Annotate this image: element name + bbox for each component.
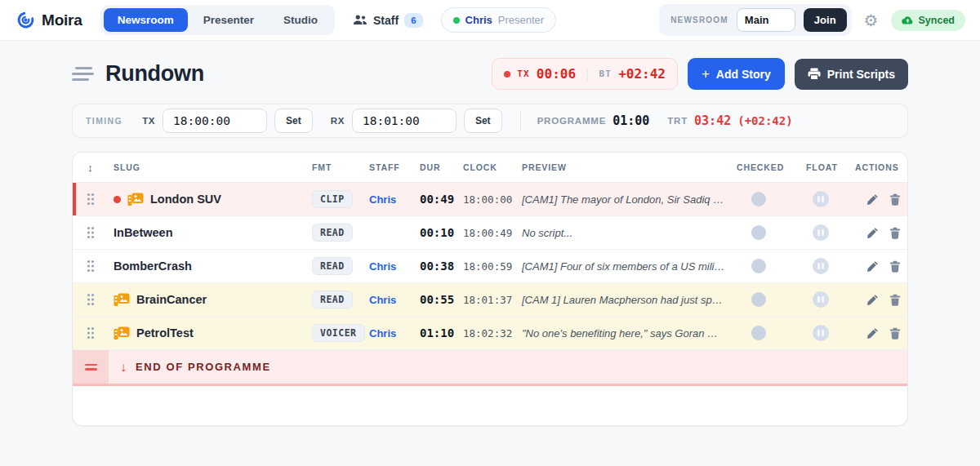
programme-label: PROGRAMME: [537, 116, 607, 126]
tab-studio[interactable]: Studio: [270, 8, 332, 32]
slug-text: London SUV: [150, 193, 221, 206]
checked-toggle[interactable]: [751, 225, 766, 240]
preview-cell: [CAM 1] Lauren Macpherson had just spent…: [522, 294, 737, 306]
float-pause-button[interactable]: [813, 224, 829, 241]
staff-link[interactable]: Chris: [369, 327, 396, 340]
pencil-icon: [866, 227, 879, 239]
staff-chip[interactable]: Staff 6: [353, 13, 423, 28]
gear-icon[interactable]: ⚙: [864, 12, 879, 29]
drag-dots-icon: [87, 226, 95, 239]
presence-role: Presenter: [498, 14, 544, 26]
story-row: PetrolTest VOICER Chris 01:10 18:02:32 "…: [73, 317, 907, 350]
checked-cell: [737, 292, 806, 307]
cloud-icon: [902, 16, 914, 24]
clock-cell: 18:01:37: [463, 294, 522, 306]
staff-link[interactable]: Chris: [369, 294, 396, 306]
col-float: FLOAT: [806, 162, 855, 172]
format-cell: READ: [312, 224, 369, 242]
trash-icon: [889, 193, 901, 206]
clock-cell: 18:00:59: [463, 260, 522, 273]
clock-cell: 18:00:49: [463, 227, 522, 239]
story-row: InBetween READ 00:10 18:00:49 No script.…: [73, 216, 907, 250]
actions-cell: [855, 327, 907, 340]
tx-label: TX: [517, 69, 530, 79]
float-pause-button[interactable]: [813, 191, 829, 207]
rx-time-input[interactable]: [352, 109, 457, 133]
end-drag-handle[interactable]: [73, 350, 109, 384]
programme-duration: 01:00: [612, 113, 649, 128]
col-checked: CHECKED: [737, 162, 806, 172]
float-cell: [806, 291, 855, 308]
tx-time-input[interactable]: [163, 109, 267, 133]
checked-toggle[interactable]: [751, 192, 766, 206]
delete-button[interactable]: [889, 227, 901, 239]
newsroom-join-group: NEWSROOM Join: [659, 4, 851, 36]
newsroom-label: NEWSROOM: [670, 16, 728, 24]
drag-handle[interactable]: [73, 293, 109, 306]
float-pause-button[interactable]: [813, 325, 829, 341]
media-icon: [114, 326, 130, 340]
edit-button[interactable]: [866, 227, 879, 239]
media-icon: [114, 293, 130, 307]
checked-toggle[interactable]: [751, 326, 766, 340]
duration-cell: 00:38: [420, 260, 463, 273]
delete-button[interactable]: [889, 260, 901, 273]
checked-cell: [737, 259, 806, 273]
checked-toggle[interactable]: [751, 292, 766, 307]
add-story-button[interactable]: + Add Story: [688, 58, 785, 90]
col-clock: CLOCK: [463, 162, 522, 172]
staff-icon: [353, 15, 368, 25]
trt-label: TRT: [667, 116, 688, 126]
clock-cell: 18:02:32: [463, 327, 522, 340]
staff-link[interactable]: Chris: [369, 193, 396, 206]
clock-cell: 18:00:00: [463, 193, 522, 206]
col-slug: SLUG: [109, 162, 312, 172]
trash-icon: [889, 294, 901, 306]
edit-button[interactable]: [866, 294, 879, 306]
checked-cell: [737, 192, 806, 206]
col-actions: ACTIONS: [855, 162, 907, 172]
pencil-icon: [866, 260, 879, 273]
slug-cell: InBetween: [109, 226, 312, 239]
drag-handle[interactable]: [73, 193, 109, 206]
drag-handle[interactable]: [73, 326, 109, 340]
delete-button[interactable]: [889, 327, 901, 340]
join-button[interactable]: Join: [804, 8, 847, 32]
edit-button[interactable]: [866, 327, 879, 340]
format-cell: VOICER: [312, 324, 369, 342]
tab-presenter[interactable]: Presenter: [189, 8, 268, 32]
moira-logo-icon: [15, 9, 37, 31]
format-cell: READ: [312, 257, 369, 275]
trt-overrun: (+02:42): [737, 114, 792, 127]
float-pause-button[interactable]: [813, 291, 829, 308]
drag-handle[interactable]: [73, 226, 109, 239]
story-row: BomberCrash READ Chris 00:38 18:00:59 [C…: [73, 250, 907, 283]
delete-button[interactable]: [889, 294, 901, 306]
pencil-icon: [866, 193, 879, 206]
main-content: Rundown TX 00:06 | BT +02:42 + Add Story: [72, 58, 908, 426]
print-scripts-button[interactable]: Print Scripts: [795, 59, 908, 90]
divider: |: [584, 68, 590, 81]
edit-button[interactable]: [866, 260, 879, 273]
presence-pill[interactable]: Chris Presenter: [441, 7, 557, 33]
edit-button[interactable]: [866, 193, 879, 206]
duration-cell: 00:55: [420, 293, 463, 306]
tab-newsroom[interactable]: Newsroom: [104, 8, 188, 32]
drag-dots-icon: [87, 326, 95, 340]
onair-timer-badge: TX 00:06 | BT +02:42: [492, 58, 678, 90]
page-title: Rundown: [105, 61, 204, 87]
checked-toggle[interactable]: [751, 259, 766, 273]
sync-status-badge: Synced: [891, 10, 965, 31]
newsroom-name-input[interactable]: [737, 8, 795, 32]
pencil-icon: [866, 294, 879, 306]
staff-link[interactable]: Chris: [369, 260, 396, 273]
mode-tabs: Newsroom Presenter Studio: [100, 5, 335, 35]
tx-set-button[interactable]: Set: [274, 109, 313, 133]
float-pause-button[interactable]: [813, 258, 829, 274]
drag-handle[interactable]: [73, 260, 109, 273]
delete-button[interactable]: [889, 193, 901, 206]
rx-set-button[interactable]: Set: [464, 109, 502, 133]
format-badge: READ: [312, 291, 353, 308]
preview-cell: No script...: [522, 227, 737, 239]
slug-cell: London SUV: [109, 193, 312, 206]
